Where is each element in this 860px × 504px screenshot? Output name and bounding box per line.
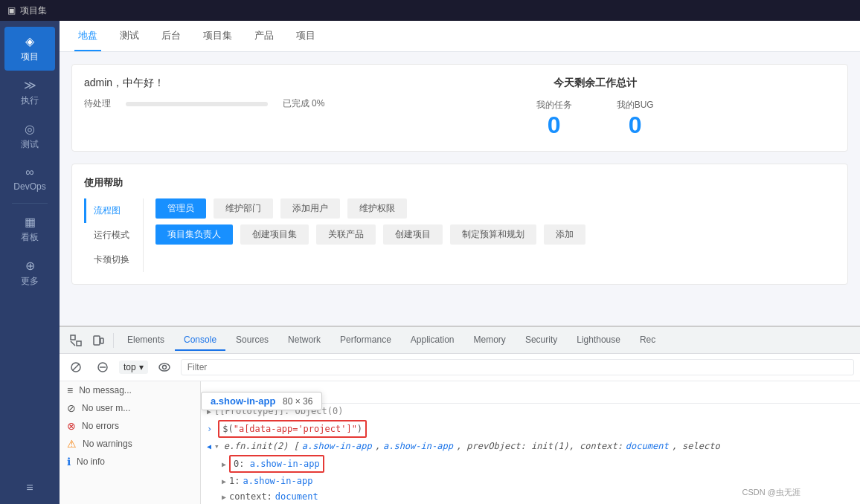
devtools-tab-security[interactable]: Security bbox=[516, 330, 566, 351]
console-sidebar-errors: ⊗ No errors bbox=[60, 417, 200, 435]
svg-rect-0 bbox=[71, 335, 75, 340]
top-bar: ▣ 项目集 bbox=[0, 0, 860, 21]
console-sidebar: ≡ No messag... ⊘ No user m... ⊗ No error… bbox=[60, 381, 201, 504]
project-icon: ◈ bbox=[25, 34, 34, 48]
progress-bar-bg bbox=[126, 102, 268, 106]
help-tag-budget[interactable]: 制定预算和规划 bbox=[450, 224, 536, 245]
console-line-input: › $("a[data-app='project']") bbox=[201, 419, 860, 439]
inspect-icon[interactable] bbox=[65, 330, 86, 351]
context-arrow: ▾ bbox=[139, 362, 144, 372]
stat-my-bug: 我的BUG 0 bbox=[617, 99, 654, 139]
eye-icon[interactable] bbox=[154, 357, 175, 378]
devtools-tab-recorder[interactable]: Rec bbox=[631, 330, 664, 351]
nav-item-project[interactable]: 项目 bbox=[292, 22, 319, 51]
console-sidebar-warnings: ⚠ No warnings bbox=[60, 435, 200, 453]
console-line-item0: ▶ 0: a.show-in-app bbox=[201, 454, 860, 474]
sidebar-item-test[interactable]: ◎ 测试 bbox=[0, 114, 60, 158]
block-icon[interactable] bbox=[92, 357, 113, 378]
console-command-highlight: $("a[data-app='project']") bbox=[218, 420, 367, 438]
nav-item-backend[interactable]: 后台 bbox=[158, 22, 184, 51]
nav-item-test[interactable]: 测试 bbox=[116, 22, 143, 51]
execute-icon: ≫ bbox=[24, 78, 36, 92]
sidebar-item-more[interactable]: ⊕ 更多 bbox=[0, 251, 60, 295]
topbar-icon: ▣ bbox=[7, 5, 16, 16]
help-tag-add[interactable]: 添加 bbox=[544, 224, 585, 245]
sidebar-label-more: 更多 bbox=[21, 275, 39, 288]
progress-label-right: 已完成 0% bbox=[283, 97, 325, 110]
info-icon: ℹ bbox=[67, 456, 71, 468]
console-sidebar-label-info: No info bbox=[77, 456, 105, 467]
devtools-sep-1 bbox=[113, 333, 114, 348]
svg-point-10 bbox=[162, 366, 166, 369]
devtools-tab-lighthouse[interactable]: Lighthouse bbox=[568, 330, 629, 351]
stat-task-value: 0 bbox=[536, 112, 572, 139]
test-icon: ◎ bbox=[25, 122, 35, 136]
help-nav-switch[interactable]: 卡颈切换 bbox=[84, 248, 143, 272]
stat-task-label: 我的任务 bbox=[536, 99, 572, 112]
sidebar-item-devops[interactable]: ∞ DevOps bbox=[0, 158, 60, 199]
console-lines-area: a.show-in-app 80 × 36 ▶ [[Prototype]]: O… bbox=[201, 381, 860, 504]
help-tag-create-ps[interactable]: 创建项目集 bbox=[240, 224, 309, 245]
stat-my-task: 我的任务 0 bbox=[536, 99, 572, 139]
messages-icon: ≡ bbox=[67, 384, 73, 396]
sidebar-item-menu[interactable]: ≡ bbox=[0, 474, 60, 504]
svg-rect-4 bbox=[100, 338, 103, 343]
devtools-tab-elements[interactable]: Elements bbox=[118, 330, 173, 351]
warnings-icon: ⚠ bbox=[67, 438, 77, 450]
console-line-output: ◀ ▾ e.fn.init(2) [a.show-in-app, a.show-… bbox=[201, 439, 860, 454]
clear-console-icon[interactable] bbox=[65, 357, 86, 378]
user-icon: ⊘ bbox=[67, 402, 76, 414]
help-tag-link-product[interactable]: 关联产品 bbox=[316, 224, 376, 245]
item0-arrow[interactable]: ▶ bbox=[222, 458, 226, 471]
console-sidebar-user: ⊘ No user m... bbox=[60, 399, 200, 417]
sidebar-item-board[interactable]: ▦ 看板 bbox=[0, 207, 60, 251]
devtools-panel: Elements Console Sources Network Perform… bbox=[60, 326, 860, 504]
content-area: 地盘 测试 后台 项目集 产品 项目 admin，中午好！ 待处理 bbox=[60, 21, 860, 504]
help-tag-create-project[interactable]: 创建项目 bbox=[383, 224, 443, 245]
sidebar-item-execute[interactable]: ≫ 执行 bbox=[0, 71, 60, 114]
item0-highlight: 0: a.show-in-app bbox=[229, 455, 324, 473]
help-main: 管理员 维护部门 添加用户 维护权限 项目集负责人 创建项目集 关联产品 创建项… bbox=[144, 198, 835, 272]
sidebar-label-devops: DevOps bbox=[13, 181, 45, 192]
context-expand-arrow[interactable]: ▶ bbox=[222, 491, 226, 504]
output-arrow2: ▾ bbox=[214, 440, 219, 453]
help-nav-runmode[interactable]: 运行模式 bbox=[84, 223, 143, 248]
devtools-tab-application[interactable]: Application bbox=[402, 330, 463, 351]
devtools-tab-sources[interactable]: Sources bbox=[227, 330, 277, 351]
help-section: 使用帮助 流程图 运行模式 卡颈切换 管理员 维护部门 添加用户 bbox=[71, 164, 848, 285]
device-icon[interactable] bbox=[88, 330, 109, 351]
devops-icon: ∞ bbox=[25, 166, 33, 179]
tooltip-text: a.show-in-app bbox=[211, 395, 275, 407]
help-nav-flowchart[interactable]: 流程图 bbox=[84, 198, 143, 223]
tooltip-size: 80 × 36 bbox=[283, 396, 312, 407]
help-tag-admin[interactable]: 管理员 bbox=[155, 198, 206, 219]
context-selector[interactable]: top ▾ bbox=[119, 361, 148, 374]
help-tag-maintain-dept[interactable]: 维护部门 bbox=[214, 198, 273, 219]
devtools-tab-performance[interactable]: Performance bbox=[331, 330, 400, 351]
sidebar-item-project[interactable]: ◈ 项目 bbox=[4, 27, 55, 71]
sidebar-label-board: 看板 bbox=[21, 231, 39, 244]
nav-item-dashboard[interactable]: 地盘 bbox=[74, 22, 101, 51]
output-link2: a.show-in-app bbox=[383, 439, 453, 453]
console-filter-input[interactable] bbox=[181, 359, 854, 375]
more-icon: ⊕ bbox=[25, 259, 35, 273]
output-text: e.fn.init(2) [ bbox=[224, 439, 299, 453]
greeting-text: admin，中午好！ bbox=[84, 77, 324, 90]
nav-item-projectset[interactable]: 项目集 bbox=[199, 22, 236, 51]
nav-item-product[interactable]: 产品 bbox=[251, 22, 277, 51]
context-doc-link: document bbox=[275, 490, 318, 503]
help-tag-maintain-perm[interactable]: 维护权限 bbox=[347, 198, 407, 219]
svg-rect-3 bbox=[94, 336, 100, 345]
main-content: admin，中午好！ 待处理 已完成 0% 今天剩余工作总计 bbox=[60, 52, 860, 326]
topbar-label: 项目集 bbox=[20, 4, 47, 17]
devtools-tab-network[interactable]: Network bbox=[279, 330, 330, 351]
output-selecto: , selecto bbox=[672, 439, 720, 453]
help-tag-add-user[interactable]: 添加用户 bbox=[280, 198, 340, 219]
output-expand-arrow[interactable]: ◀ bbox=[207, 440, 211, 453]
item1-arrow[interactable]: ▶ bbox=[222, 475, 226, 488]
help-tag-pm[interactable]: 项目集负责人 bbox=[155, 224, 233, 245]
help-tags-row2: 项目集负责人 创建项目集 关联产品 创建项目 制定预算和规划 添加 bbox=[155, 224, 835, 245]
devtools-tab-console[interactable]: Console bbox=[175, 330, 225, 351]
item0-index: 0: bbox=[234, 459, 250, 469]
devtools-tab-memory[interactable]: Memory bbox=[465, 330, 515, 351]
